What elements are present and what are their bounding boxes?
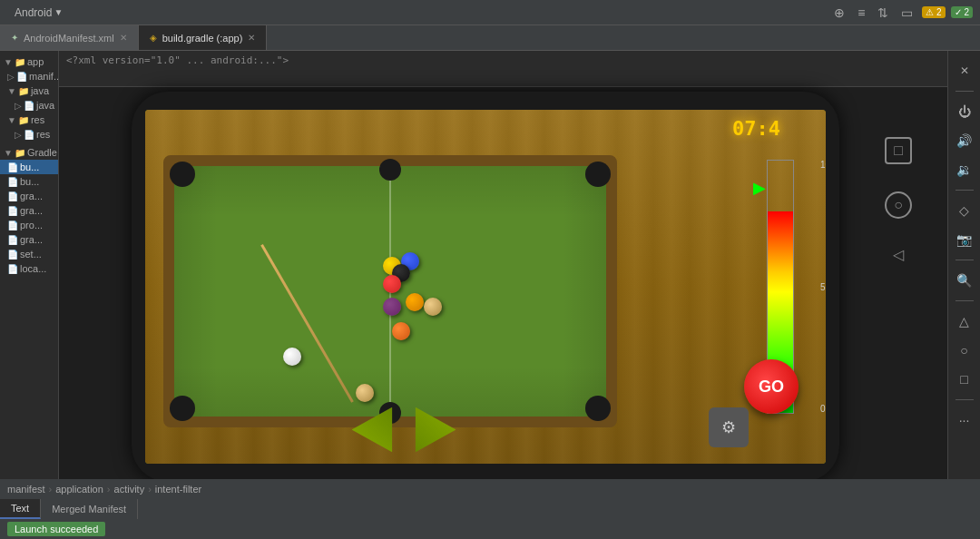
pocket-bot-left: [170, 396, 195, 421]
tree-item-gradle[interactable]: ▼ 📁 Gradle: [0, 145, 58, 160]
file-icon-build1: 📄: [7, 162, 18, 172]
screenshot-button[interactable]: 📷: [952, 227, 977, 252]
toolbar-separator-5: [956, 399, 974, 400]
tree-item-gradle2-label: gra...: [20, 205, 43, 216]
pocket-top-left: [170, 162, 195, 187]
tree-item-settings[interactable]: 📄 set...: [0, 247, 58, 261]
toolbar-separator-4: [956, 300, 974, 301]
tree-item-props[interactable]: 📄 pro...: [0, 218, 58, 232]
left-panel: ▼ 📁 app ▷ 📄 manif... ▼ 📁 java ▷ 📄 java ▼…: [0, 51, 59, 539]
back-nav-button[interactable]: ◁: [893, 246, 904, 263]
breadcrumb-intent-filter[interactable]: intent-filter: [155, 484, 201, 495]
square-nav-button[interactable]: □: [885, 137, 912, 164]
tree-item-res[interactable]: ▼ 📁 res: [0, 113, 58, 127]
arrow-left-button[interactable]: [352, 407, 393, 453]
file-icon-java2: 📄: [24, 101, 34, 111]
tree-item-java2-label: java: [36, 100, 54, 111]
tree-item-local[interactable]: 📄 loca...: [0, 261, 58, 276]
folder-icon-gradle: 📁: [15, 148, 25, 158]
nav-buttons: □ ○ ◁: [885, 137, 912, 263]
layout-icon[interactable]: ▭: [897, 4, 916, 22]
more-button[interactable]: ···: [952, 407, 977, 433]
tree-item-java2[interactable]: ▷ 📄 java: [0, 98, 58, 113]
arrow-icon-5: ▼: [7, 115, 16, 125]
dropdown-arrow[interactable]: ▼: [54, 7, 63, 17]
cellular-button[interactable]: ○: [952, 338, 977, 363]
settings-button[interactable]: ⚙: [709, 407, 749, 447]
pocket-top-right: [585, 162, 611, 187]
toolbar-separator-3: [956, 260, 974, 260]
battery-button[interactable]: □: [952, 367, 977, 392]
main-area: ▼ 📁 app ▷ 📄 manif... ▼ 📁 java ▷ 📄 java ▼…: [0, 51, 980, 539]
location-button[interactable]: △: [952, 309, 977, 334]
go-button[interactable]: GO: [744, 359, 799, 414]
tab-manifest-label: AndroidManifest.xml: [24, 33, 114, 44]
breadcrumb-sep-2: ›: [107, 484, 111, 495]
game-container: 07:4: [145, 110, 826, 464]
tree-item-gradle3[interactable]: 📄 gra...: [0, 232, 58, 247]
breadcrumb-application[interactable]: application: [55, 484, 103, 495]
tree-item-gradle3-label: gra...: [20, 234, 43, 245]
zoom-button[interactable]: 🔍: [952, 268, 977, 293]
tree-item-gradle1[interactable]: 📄 gra...: [0, 189, 58, 203]
arrow-icon-3: ▼: [7, 86, 16, 96]
tree-item-app-label: app: [27, 56, 44, 67]
list-icon[interactable]: ≡: [854, 4, 868, 22]
code-line: <?xml version="1.0" ... android:...">: [66, 54, 289, 66]
file-icon-gradle1: 📄: [7, 191, 18, 201]
power-arrow-icon: ▶: [753, 178, 766, 198]
volume-up-button[interactable]: 🔊: [952, 128, 977, 153]
breadcrumb-activity[interactable]: activity: [114, 484, 145, 495]
rotate-button[interactable]: ◇: [952, 198, 977, 223]
tree-item-build1[interactable]: 📄 bu...: [0, 160, 58, 174]
arrow-icon-4: ▷: [15, 101, 22, 111]
tree-item-manifest[interactable]: ▷ 📄 manif...: [0, 69, 58, 83]
breadcrumb-sep-3: ›: [148, 484, 152, 495]
close-emulator-button[interactable]: ✕: [952, 58, 977, 83]
tree-item-gradle-label: Gradle: [27, 147, 57, 158]
tree-item-settings-label: set...: [20, 249, 42, 260]
tab-merged-manifest[interactable]: Merged Manifest: [41, 499, 138, 519]
breadcrumb-manifest[interactable]: manifest: [7, 484, 45, 495]
structure-icon[interactable]: ⊕: [830, 4, 848, 22]
tab-gradle-close[interactable]: ✕: [248, 33, 255, 43]
file-icon-res2: 📄: [24, 130, 34, 140]
ball-extra1: [356, 384, 374, 402]
tree-item-build2[interactable]: 📄 bu...: [0, 174, 58, 189]
tree-item-gradle1-label: gra...: [20, 191, 43, 201]
file-icon-settings: 📄: [7, 250, 18, 260]
toolbar-separator-1: [956, 91, 974, 92]
ball-striped2: [424, 298, 442, 316]
circle-nav-button[interactable]: ○: [885, 191, 912, 219]
volume-down-button[interactable]: 🔉: [952, 157, 977, 182]
tab-gradle[interactable]: ◈ build.gradle (:app) ✕: [139, 25, 268, 50]
breadcrumb-bar: manifest › application › activity › inte…: [0, 479, 980, 499]
power-button[interactable]: ⏻: [952, 99, 977, 124]
file-icon-gradle3: 📄: [7, 235, 18, 245]
tree-item-res2-label: res: [36, 129, 50, 140]
phone-emulator: □ ○ ◁ 07:4: [132, 92, 730, 500]
toolbar-separator-2: [956, 190, 974, 191]
tree-item-app[interactable]: ▼ 📁 app: [0, 54, 58, 69]
tree-item-res-label: res: [31, 114, 44, 125]
ball-5: [406, 293, 424, 311]
launch-status-badge: Launch succeeded: [7, 522, 105, 536]
folder-icon: 📁: [15, 57, 25, 67]
android-menu[interactable]: Android ▼: [7, 5, 70, 21]
tab-text[interactable]: Text: [0, 499, 41, 519]
phone-screen: 07:4: [145, 110, 826, 464]
tree-item-local-label: loca...: [20, 263, 46, 274]
tab-manifest-close[interactable]: ✕: [120, 33, 127, 43]
tab-manifest[interactable]: ✦ AndroidManifest.xml ✕: [0, 25, 139, 50]
tree-item-gradle2[interactable]: 📄 gra...: [0, 203, 58, 218]
tree-item-java[interactable]: ▼ 📁 java: [0, 83, 58, 98]
arrow-icon-6: ▷: [15, 130, 22, 140]
top-icons: ⊕ ≡ ⇅ ▭ ⚠ 2 ✓ 2: [830, 4, 973, 22]
arrow-right-button[interactable]: [416, 407, 456, 453]
file-icon-props: 📄: [7, 220, 18, 230]
arrow-buttons: [349, 409, 458, 450]
tree-item-res2[interactable]: ▷ 📄 res: [0, 127, 58, 142]
warning-badge: ⚠ 2: [922, 6, 945, 18]
sort-icon[interactable]: ⇅: [874, 4, 892, 22]
power-label-10: 10: [820, 160, 826, 170]
